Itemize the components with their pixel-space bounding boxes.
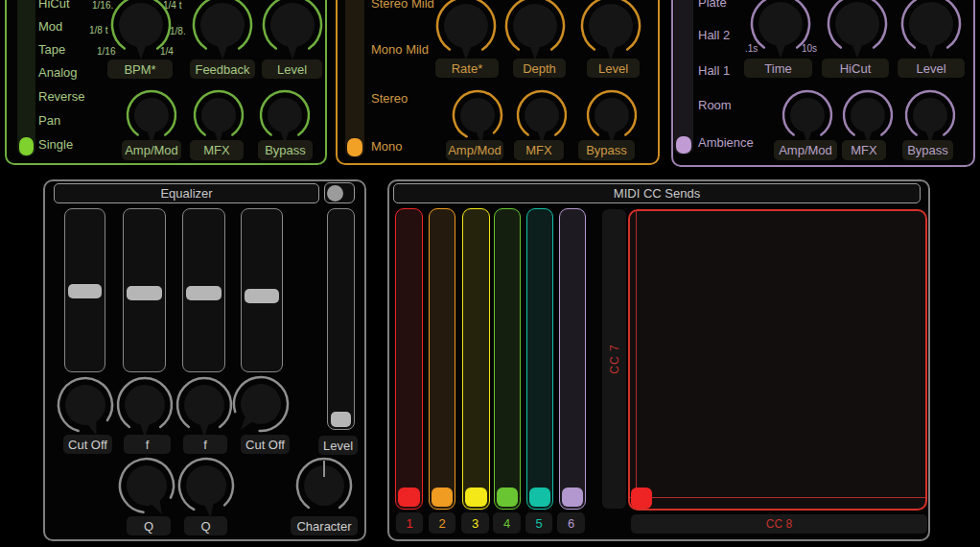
midi-cc-fader-5[interactable] <box>526 208 553 510</box>
midi-cc-fader-6-label: 6 <box>557 512 585 534</box>
chorus-type-fader[interactable] <box>345 0 364 157</box>
reverb-type-label: Room <box>698 99 732 111</box>
midi-cc-fader-1-handle[interactable] <box>398 488 420 507</box>
midi-cc7-fader[interactable]: CC 7 <box>602 209 626 509</box>
delay-type-label: Single <box>38 138 73 151</box>
chorus-type-fader-handle[interactable] <box>347 138 362 156</box>
delay-bpm-knob[interactable] <box>104 0 178 66</box>
equalizer-toggle[interactable] <box>324 182 355 203</box>
midi-cc-fader-4[interactable] <box>494 208 521 510</box>
eq-band-fader-4-handle[interactable] <box>245 289 279 303</box>
eq-q-knob-2[interactable] <box>171 450 242 525</box>
reverb-type-fader[interactable] <box>674 0 693 155</box>
xy-crosshair-vertical <box>636 211 637 509</box>
delay-level-label: Level <box>262 59 322 79</box>
delay-bpm-label: BPM* <box>107 59 173 79</box>
delay-type-fader-handle[interactable] <box>19 137 34 155</box>
chorus-type-label: Stereo <box>371 92 408 105</box>
delay-type-label: Pan <box>38 114 60 127</box>
midi-cc-fader-3-handle[interactable] <box>465 488 487 507</box>
reverb-hicut-knob[interactable] <box>820 0 895 65</box>
chorus-type-label: Stereo Mild <box>371 0 434 10</box>
delay-mfx-label: MFX <box>190 140 244 160</box>
chorus-amp-mod-label: Amp/Mod <box>446 140 503 160</box>
midi-cc-fader-3-label: 3 <box>461 512 489 534</box>
reverb-hicut-label: HiCut <box>822 59 889 78</box>
reverb-bypass-label: Bypass <box>902 140 953 160</box>
midi-cc7-label: CC 7 <box>608 344 621 373</box>
chorus-mfx-label: MFX <box>514 140 564 160</box>
chorus-depth-label: Depth <box>513 59 566 78</box>
delay-amp-mod-label: Amp/Mod <box>122 140 181 160</box>
chorus-bypass-label: Bypass <box>578 140 635 160</box>
eq-band-fader-2[interactable] <box>123 208 166 372</box>
eq-band-fader-1[interactable] <box>64 208 105 372</box>
midi-cc-fader-6[interactable] <box>559 208 586 510</box>
reverb-type-label: Ambience <box>698 136 754 149</box>
chorus-level-label: Level <box>587 59 640 78</box>
chorus-rate-knob[interactable] <box>429 0 503 67</box>
eq-character-knob[interactable] <box>289 450 360 525</box>
eq-q-label-1: Q <box>127 516 171 535</box>
delay-type-label: Analog <box>38 66 77 79</box>
delay-type-label: Tape <box>38 43 65 56</box>
midi-cc7-label-wrap: CC 7 <box>602 209 626 509</box>
eq-band-fader-1-handle[interactable] <box>68 284 102 298</box>
reverb-type-label: Plate <box>698 0 727 9</box>
delay-bypass-label: Bypass <box>258 140 313 160</box>
reverb-level-knob[interactable] <box>894 0 968 65</box>
reverb-amp-mod-label: Amp/Mod <box>774 140 837 160</box>
midi-cc-fader-1[interactable] <box>395 208 423 510</box>
reverb-type-label: Hall 1 <box>698 64 730 77</box>
equalizer-toggle-handle[interactable] <box>327 185 343 202</box>
midi-cc-fader-2-label: 2 <box>429 512 455 534</box>
reverb-time-knob[interactable] <box>743 0 818 65</box>
midi-cc-fader-6-handle[interactable] <box>562 488 583 507</box>
delay-type-label: Mod <box>38 20 62 33</box>
chorus-level-knob[interactable] <box>573 0 648 67</box>
xy-pad-handle[interactable] <box>631 488 652 509</box>
eq-cutoff-knob-2[interactable] <box>225 369 296 443</box>
eq-level-fader-handle[interactable] <box>331 412 351 427</box>
midi-cc-fader-2-handle[interactable] <box>432 488 453 507</box>
reverb-time-label: Time <box>744 59 812 78</box>
midi-cc8-xy-pad[interactable] <box>628 209 927 511</box>
midi-cc-sends-title: MIDI CC Sends <box>393 183 921 203</box>
delay-level-knob[interactable] <box>255 0 330 66</box>
midi-cc8-label: CC 8 <box>631 514 927 534</box>
eq-character-label: Character <box>291 516 358 535</box>
delay-type-label: HiCut <box>38 0 70 10</box>
reverb-mfx-label: MFX <box>842 140 886 160</box>
eq-band-fader-3-handle[interactable] <box>186 286 222 300</box>
chorus-depth-knob[interactable] <box>498 0 572 67</box>
midi-cc-fader-2[interactable] <box>429 208 455 510</box>
eq-band-fader-2-handle[interactable] <box>127 286 162 300</box>
reverb-level-label: Level <box>898 59 965 78</box>
reverb-type-fader-handle[interactable] <box>676 136 691 154</box>
controller-screen: HiCut Mod Tape Analog Reverse Pan Single… <box>0 0 980 547</box>
eq-level-fader[interactable] <box>327 208 355 430</box>
chorus-type-label: Mono Mild <box>371 43 429 56</box>
delay-type-label: Reverse <box>38 90 84 103</box>
chorus-type-label: Mono <box>371 140 403 153</box>
delay-feedback-knob[interactable] <box>185 0 260 66</box>
eq-q-label-2: Q <box>184 516 227 535</box>
equalizer-title: Equalizer <box>54 183 319 203</box>
midi-cc-fader-5-label: 5 <box>525 512 552 534</box>
chorus-rate-label: Rate* <box>435 59 499 78</box>
eq-band-fader-3[interactable] <box>182 208 225 372</box>
eq-band-fader-4[interactable] <box>241 208 283 372</box>
reverb-type-label: Hall 2 <box>698 29 730 41</box>
midi-cc-fader-5-handle[interactable] <box>529 488 550 507</box>
eq-cutoff-label-1: Cut Off <box>63 435 112 454</box>
eq-cutoff-label-2: Cut Off <box>241 435 290 454</box>
delay-feedback-label: Feedback <box>190 59 255 79</box>
midi-cc-fader-1-label: 1 <box>396 512 423 534</box>
xy-crosshair-horizontal <box>630 497 925 498</box>
midi-cc-fader-4-handle[interactable] <box>497 488 518 507</box>
midi-cc-fader-3[interactable] <box>462 208 490 510</box>
delay-type-fader[interactable] <box>17 0 35 156</box>
midi-cc-fader-4-label: 4 <box>493 512 521 534</box>
